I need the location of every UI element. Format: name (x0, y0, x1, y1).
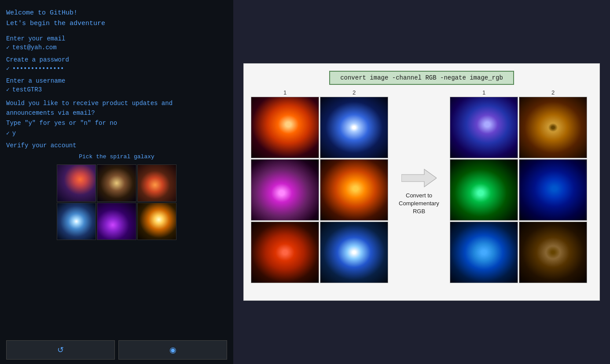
orig-rows (251, 97, 388, 283)
comp-rows (450, 97, 587, 283)
updates-line3: Type "y" for yes or "n" for no (6, 118, 227, 128)
email-row: ✓ test@yah.com (6, 44, 227, 51)
right-panel: convert image -channel RGB -negate image… (233, 0, 610, 364)
arrow-label: Convert toComplementaryRGB (399, 192, 439, 216)
orig-img-1b (320, 97, 388, 158)
comp-row-3 (450, 222, 587, 283)
diagram-content: 1 2 (251, 89, 592, 293)
username-row: ✓ testGTR3 (6, 86, 227, 93)
col-headers-orig: 1 2 (251, 89, 388, 96)
comp-section: 1 2 (450, 89, 587, 293)
email-checkmark: ✓ (6, 44, 10, 51)
orig-img-1a (251, 97, 319, 158)
captcha-cell-2[interactable] (97, 164, 136, 202)
welcome-text: Welcome to GitHub! Let's begin the adven… (6, 8, 227, 29)
arrow-box: Convert toComplementaryRGB (399, 167, 439, 216)
comp-row-2 (450, 159, 587, 221)
password-row: ✓ •••••••••••••• (6, 65, 227, 72)
left-panel: Welcome to GitHub! Let's begin the adven… (0, 0, 233, 364)
updates-line2: announcements via email? (6, 108, 227, 118)
orig-row-3 (251, 222, 388, 283)
comp-col2-header: 2 (519, 89, 587, 96)
orig-row-2 (251, 159, 388, 221)
comp-img-3a (450, 222, 518, 283)
username-label: Enter a username (6, 77, 227, 84)
diagram-container: convert image -channel RGB -negate image… (243, 63, 600, 301)
arrow-section: Convert toComplementaryRGB (388, 89, 450, 293)
updates-question: Would you like to receive product update… (6, 98, 227, 128)
username-checkmark: ✓ (6, 86, 10, 93)
refresh-button[interactable]: ↺ (6, 340, 115, 360)
captcha-cell-3[interactable] (137, 164, 176, 202)
captcha-cell-1[interactable] (57, 164, 96, 202)
orig-img-2b (320, 159, 388, 221)
password-value: •••••••••••••• (12, 65, 64, 72)
orig-img-2a (251, 159, 319, 221)
comp-img-3b (519, 222, 587, 283)
updates-line1: Would you like to receive product update… (6, 98, 227, 108)
updates-value: y (12, 130, 16, 137)
password-checkmark: ✓ (6, 65, 10, 72)
audio-button[interactable]: ◉ (118, 340, 227, 360)
orig-section: 1 2 (251, 89, 388, 293)
email-value: test@yah.com (12, 44, 57, 51)
captcha-grid[interactable] (57, 164, 176, 240)
arrow-svg (401, 167, 437, 189)
orig-col1-header: 1 (251, 89, 319, 96)
welcome-line2: Let's begin the adventure (6, 18, 227, 29)
orig-col2-header: 2 (320, 89, 388, 96)
command-bar: convert image -channel RGB -negate image… (329, 71, 514, 85)
username-value: testGTR3 (12, 86, 42, 93)
comp-img-2b (519, 159, 587, 221)
comp-img-1b (519, 97, 587, 158)
verify-label: Verify your account (6, 142, 227, 149)
captcha-cell-4[interactable] (57, 203, 96, 240)
password-label: Create a password (6, 56, 227, 63)
comp-row-1 (450, 97, 587, 158)
comp-img-2a (450, 159, 518, 221)
orig-img-3b (320, 222, 388, 283)
orig-row-1 (251, 97, 388, 158)
captcha-cell-5[interactable] (97, 203, 136, 240)
welcome-line1: Welcome to GitHub! (6, 8, 227, 18)
svg-marker-0 (401, 169, 437, 187)
pick-label: Pick the spiral galaxy (6, 153, 227, 160)
audio-icon: ◉ (169, 345, 176, 355)
email-label: Enter your email (6, 35, 227, 42)
updates-row: ✓ y (6, 130, 227, 137)
comp-img-1a (450, 97, 518, 158)
captcha-cell-6[interactable] (137, 203, 176, 240)
comp-col1-header: 1 (450, 89, 518, 96)
refresh-icon: ↺ (57, 345, 64, 355)
bottom-buttons: ↺ ◉ (6, 336, 227, 360)
col-headers-comp: 1 2 (450, 89, 587, 96)
updates-checkmark: ✓ (6, 130, 10, 137)
orig-img-3a (251, 222, 319, 283)
